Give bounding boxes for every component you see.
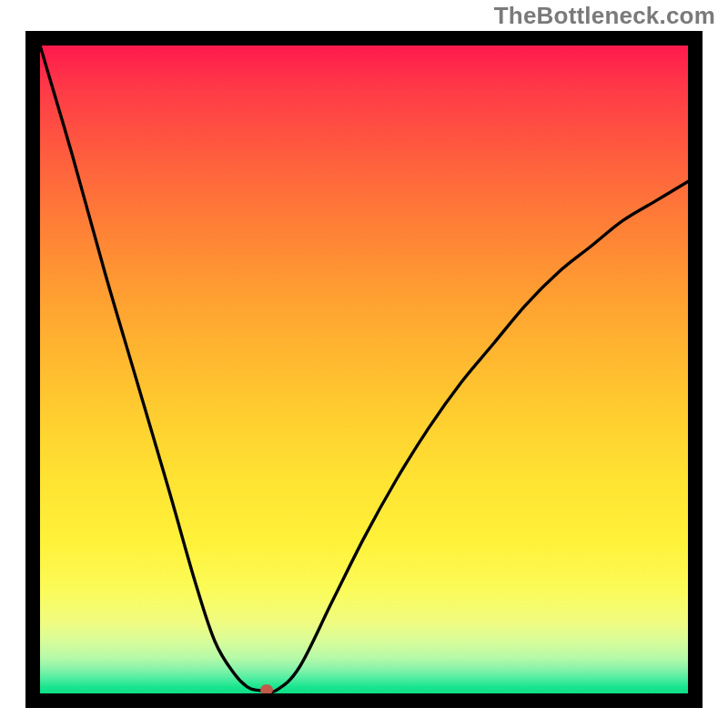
optimum-marker — [260, 684, 273, 693]
page-root: TheBottleneck.com — [0, 0, 728, 728]
curve-path — [40, 46, 688, 692]
bottleneck-curve — [40, 46, 688, 693]
chart-plot-area — [40, 46, 688, 693]
watermark-text: TheBottleneck.com — [494, 2, 715, 30]
